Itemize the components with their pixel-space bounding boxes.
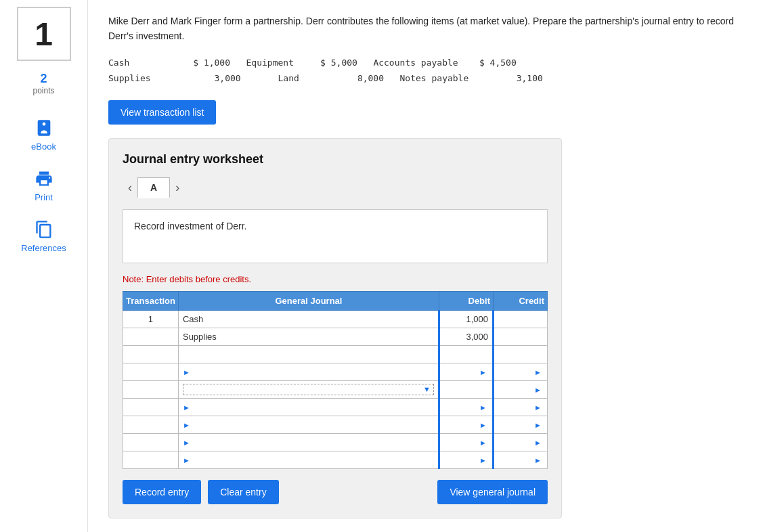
- debit-9[interactable]: ►: [439, 451, 494, 468]
- tab-a[interactable]: A: [137, 177, 170, 198]
- sidebar-item-print[interactable]: Print: [0, 160, 87, 210]
- credit-supplies[interactable]: [494, 328, 548, 345]
- description-box: Record investment of Derr.: [123, 209, 548, 263]
- credit-5[interactable]: ►: [494, 380, 548, 398]
- sidebar-item-references[interactable]: References: [0, 210, 87, 261]
- table-row: Cash Supplies Equipment Land Accounts pa…: [123, 380, 548, 398]
- journal-entry-cash[interactable]: Cash: [178, 310, 439, 328]
- question-number: 1: [35, 16, 53, 53]
- header-general-journal: General Journal: [178, 291, 439, 310]
- table-row: [123, 345, 548, 363]
- transaction-num-5: [123, 380, 179, 398]
- journal-entry-7[interactable]: ►: [178, 416, 439, 433]
- page-container: 1 2 points eBook Print: [0, 0, 765, 532]
- journal-entry-6[interactable]: ►: [178, 398, 439, 416]
- credit-9[interactable]: ►: [494, 451, 548, 468]
- transaction-num-7: [123, 416, 179, 433]
- credit-7[interactable]: ►: [494, 416, 548, 433]
- debit-cash[interactable]: 1,000: [439, 310, 494, 328]
- credit-4[interactable]: ►: [494, 363, 548, 380]
- credit-8[interactable]: ►: [494, 433, 548, 451]
- data-table: Cash $ 1,000 Equipment $ 5,000 Accounts …: [108, 55, 745, 87]
- tab-nav: ‹ A ›: [123, 177, 548, 198]
- transaction-num-2: [123, 328, 179, 345]
- book-icon: [33, 117, 55, 139]
- dropdown-cell[interactable]: Cash Supplies Equipment Land Accounts pa…: [183, 384, 434, 395]
- journal-entry-supplies[interactable]: Supplies: [178, 328, 439, 345]
- data-row-1: Cash $ 1,000 Equipment $ 5,000 Accounts …: [108, 55, 745, 70]
- transaction-num-4: [123, 363, 179, 380]
- arrow-indicator: ►: [479, 368, 487, 376]
- arrow-indicator: ►: [183, 456, 190, 464]
- view-transaction-list-button[interactable]: View transaction list: [108, 100, 216, 125]
- transaction-num-6: [123, 398, 179, 416]
- journal-table: Transaction General Journal Debit Credit…: [123, 291, 548, 469]
- main-content: Mike Derr and Mark Finger form a partner…: [88, 0, 765, 532]
- view-general-journal-button[interactable]: View general journal: [437, 480, 548, 504]
- table-row: ► ► ►: [123, 451, 548, 468]
- tab-prev-arrow[interactable]: ‹: [123, 178, 137, 198]
- record-entry-button[interactable]: Record entry: [123, 480, 201, 504]
- table-row: 1 Cash 1,000: [123, 310, 548, 328]
- arrow-indicator: ►: [183, 421, 190, 429]
- note-text: Note: Enter debits before credits.: [123, 274, 548, 284]
- action-buttons: Record entry Clear entry View general jo…: [123, 480, 548, 504]
- debit-3[interactable]: [439, 345, 494, 363]
- arrow-indicator: ►: [183, 403, 190, 412]
- transaction-num-1: 1: [123, 310, 179, 328]
- references-label: References: [21, 243, 66, 253]
- print-icon: [33, 168, 55, 190]
- transaction-num-8: [123, 433, 179, 451]
- arrow-indicator: ►: [479, 421, 487, 429]
- arrow-indicator: ►: [183, 368, 190, 376]
- copy-icon: [33, 219, 55, 240]
- debit-8[interactable]: ►: [439, 433, 494, 451]
- table-row: ► ► ►: [123, 433, 548, 451]
- print-label: Print: [35, 192, 53, 202]
- arrow-indicator: ►: [534, 403, 542, 412]
- journal-dropdown-select[interactable]: Cash Supplies Equipment Land Accounts pa…: [183, 384, 433, 395]
- journal-entry-3[interactable]: [178, 345, 439, 363]
- table-row: ► ► ►: [123, 363, 548, 380]
- journal-entry-dropdown[interactable]: Cash Supplies Equipment Land Accounts pa…: [178, 380, 439, 398]
- journal-entry-9[interactable]: ►: [178, 451, 439, 468]
- transaction-num-9: [123, 451, 179, 468]
- arrow-indicator: ►: [534, 368, 542, 376]
- arrow-indicator: ►: [534, 439, 542, 447]
- clear-entry-button[interactable]: Clear entry: [208, 480, 278, 504]
- table-header-row: Transaction General Journal Debit Credit: [123, 291, 548, 310]
- credit-cash[interactable]: [494, 310, 548, 328]
- description-text: Record investment of Derr.: [134, 221, 247, 231]
- debit-supplies[interactable]: 3,000: [439, 328, 494, 345]
- arrow-indicator: ►: [534, 421, 542, 429]
- problem-text: Mike Derr and Mark Finger form a partner…: [108, 14, 745, 44]
- points-section: 2 points: [32, 72, 54, 95]
- debit-6[interactable]: ►: [439, 398, 494, 416]
- header-debit: Debit: [439, 291, 494, 310]
- debit-5[interactable]: [439, 380, 494, 398]
- table-row: Supplies 3,000: [123, 328, 548, 345]
- debit-7[interactable]: ►: [439, 416, 494, 433]
- credit-6[interactable]: ►: [494, 398, 548, 416]
- header-transaction: Transaction: [123, 291, 179, 310]
- points-value: 2: [32, 72, 54, 86]
- sidebar: 1 2 points eBook Print: [0, 0, 88, 532]
- arrow-indicator: ►: [479, 403, 487, 412]
- arrow-indicator: ►: [534, 456, 542, 464]
- arrow-indicator: ►: [479, 456, 487, 464]
- credit-3[interactable]: [494, 345, 548, 363]
- sidebar-item-ebook[interactable]: eBook: [0, 109, 87, 160]
- arrow-indicator: ►: [183, 439, 190, 447]
- data-row-2: Supplies 3,000 Land 8,000 Notes payable …: [108, 70, 745, 86]
- journal-entry-4[interactable]: ►: [178, 363, 439, 380]
- question-number-box: 1: [17, 7, 71, 61]
- debit-4[interactable]: ►: [439, 363, 494, 380]
- table-row: ► ► ►: [123, 398, 548, 416]
- table-row: ► ► ►: [123, 416, 548, 433]
- header-credit: Credit: [494, 291, 548, 310]
- arrow-indicator: ►: [479, 439, 487, 447]
- tab-next-arrow[interactable]: ›: [170, 178, 185, 198]
- worksheet-panel: Journal entry worksheet ‹ A › Record inv…: [108, 138, 562, 518]
- ebook-label: eBook: [31, 141, 56, 152]
- journal-entry-8[interactable]: ►: [178, 433, 439, 451]
